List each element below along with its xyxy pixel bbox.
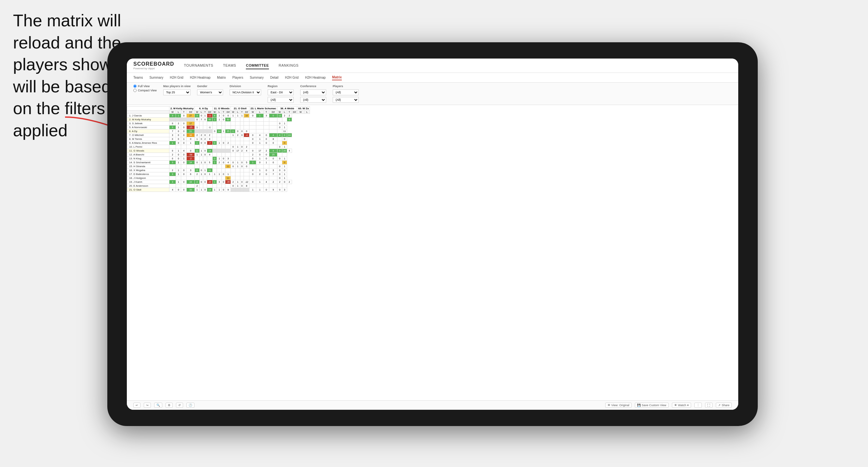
col-sub-t6: T: [287, 111, 292, 114]
subnav-h2h-heatmap[interactable]: H2H Heatmap: [190, 75, 210, 80]
cell: 0: [231, 184, 236, 188]
cell: [203, 157, 207, 161]
col-sub-w2: W: [195, 111, 200, 114]
cell: 17: [236, 149, 240, 153]
view-original-label: View: Original: [611, 404, 629, 407]
cell: [207, 176, 212, 180]
table-row: 10. L Perini 0 1: [127, 145, 310, 149]
subnav-summary2[interactable]: Summary: [250, 75, 264, 80]
subnav-matrix[interactable]: Matrix: [217, 75, 226, 80]
zoom-button[interactable]: 🔍: [154, 403, 162, 408]
player-name: 12. A Bianchi: [127, 153, 169, 157]
cell: 0: [222, 157, 225, 161]
table-row: 8. M Torres 0 0 1 0 1 0 2 3: [127, 137, 310, 141]
cell: 2: [207, 133, 212, 137]
player-name: 1. J Garcia: [127, 114, 169, 118]
cell: [195, 145, 200, 149]
cell: 1: [203, 114, 207, 118]
col-sub-w4: W: [231, 111, 236, 114]
cell: [277, 137, 282, 141]
filter-full-view[interactable]: Full View: [133, 85, 157, 88]
cell: 50: [225, 118, 231, 122]
nav-rankings[interactable]: RANKINGS: [279, 62, 299, 69]
subnav-matrix2[interactable]: Matrix: [332, 75, 341, 80]
col-sub-dif3: Dif: [225, 111, 231, 114]
redo-button[interactable]: ↪: [144, 403, 151, 408]
player-name: 10. L Perini: [127, 145, 169, 149]
cell: [264, 164, 269, 168]
filter-players-select2[interactable]: (All): [333, 97, 359, 103]
cell: [225, 145, 231, 149]
cell: 3: [169, 180, 176, 184]
subnav-players[interactable]: Players: [232, 75, 243, 80]
radio-compact-view[interactable]: [133, 89, 136, 92]
filter-gender-select[interactable]: Women's Men's: [197, 89, 223, 95]
col-sub-dif2: Dif: [207, 111, 212, 114]
nav-committee[interactable]: COMMITTEE: [246, 62, 269, 69]
cell: 3: [169, 114, 176, 118]
cell: [240, 141, 244, 145]
filter-max-players-select[interactable]: Top 25 Top 50 All: [163, 89, 191, 95]
cell: 1: [199, 153, 203, 157]
subnav-detail[interactable]: Detail: [270, 75, 279, 80]
cell: 0: [264, 141, 269, 145]
cell: 0: [181, 126, 187, 129]
save-custom-button[interactable]: 💾 Save Custom View: [635, 403, 669, 408]
settings-button[interactable]: ⚙: [165, 403, 173, 408]
undo-button[interactable]: ↩: [133, 403, 141, 408]
eye-icon: 👁: [608, 404, 611, 407]
cell: [244, 141, 249, 145]
fullscreen-button[interactable]: ⛶: [705, 403, 713, 408]
filter-players-select[interactable]: (All): [333, 89, 359, 95]
cell: 0: [282, 161, 287, 164]
cell: [256, 145, 264, 149]
cell: [222, 176, 225, 180]
col-header-za: 60. W Za: [297, 107, 310, 111]
cell: [207, 164, 212, 168]
cell: 9: [225, 188, 231, 192]
subnav-summary[interactable]: Summary: [149, 75, 163, 80]
cell: 2: [203, 137, 207, 141]
view-original-button[interactable]: 👁 View: Original: [605, 403, 631, 408]
cell: 0: [236, 129, 240, 133]
cell: 1: [203, 168, 207, 173]
nav-teams[interactable]: TEAMS: [223, 62, 236, 69]
share-dropdown-button[interactable]: ⋮: [694, 403, 702, 408]
cell: [199, 145, 203, 149]
matrix-table: 2. M Kelly Mulcahy 6. A Dy 11. G Woods 2…: [127, 106, 310, 192]
filter-conference-select[interactable]: (All): [300, 89, 326, 95]
reset-button[interactable]: ↺: [176, 403, 183, 408]
cell: [217, 164, 222, 168]
filter-region-select2[interactable]: (All): [268, 97, 294, 103]
subnav-teams[interactable]: Teams: [133, 75, 143, 80]
cell: [212, 133, 217, 137]
cell: 0: [244, 129, 249, 133]
filter-compact-view[interactable]: Compact View: [133, 89, 157, 92]
cell: 2: [269, 180, 277, 184]
cell: 1: [181, 137, 187, 141]
table-row: 1. J Garcia 3 1 0 27 3 0 1 -11 4 1 0 0 1: [127, 114, 310, 118]
watch-button[interactable]: 👁 Watch ▾: [672, 403, 691, 408]
cell: 0: [222, 173, 225, 176]
subnav-h2h-grid[interactable]: H2H Grid: [170, 75, 183, 80]
cell: 0: [222, 118, 225, 122]
clock-button[interactable]: 🕐: [186, 403, 194, 408]
filter-players-group: Players (All) (All): [333, 85, 359, 103]
cell: 0: [203, 173, 207, 176]
subnav-h2h-grid2[interactable]: H2H Grid: [285, 75, 299, 80]
nav-tournaments[interactable]: TOURNAMENTS: [184, 62, 213, 69]
cell: 1: [256, 141, 264, 145]
filter-division-select[interactable]: NCAA Division II NCAA Division I: [229, 89, 261, 95]
player-name: 16. X Mcgaha: [127, 168, 169, 173]
cell: [231, 188, 236, 192]
cell: 0: [176, 129, 181, 133]
cell: [277, 184, 282, 188]
radio-full-view[interactable]: [133, 85, 136, 88]
share-button[interactable]: ↗ Share: [716, 403, 732, 408]
cell: 2: [236, 133, 240, 137]
filter-conference-select2[interactable]: (All): [300, 97, 326, 103]
subnav-h2h-heatmap2[interactable]: H2H Heatmap: [305, 75, 326, 80]
filter-region-select[interactable]: East - DII West - DII: [268, 89, 294, 95]
col-header-player: [127, 107, 169, 111]
matrix-area[interactable]: 2. M Kelly Mulcahy 6. A Dy 11. G Woods 2…: [127, 105, 738, 400]
